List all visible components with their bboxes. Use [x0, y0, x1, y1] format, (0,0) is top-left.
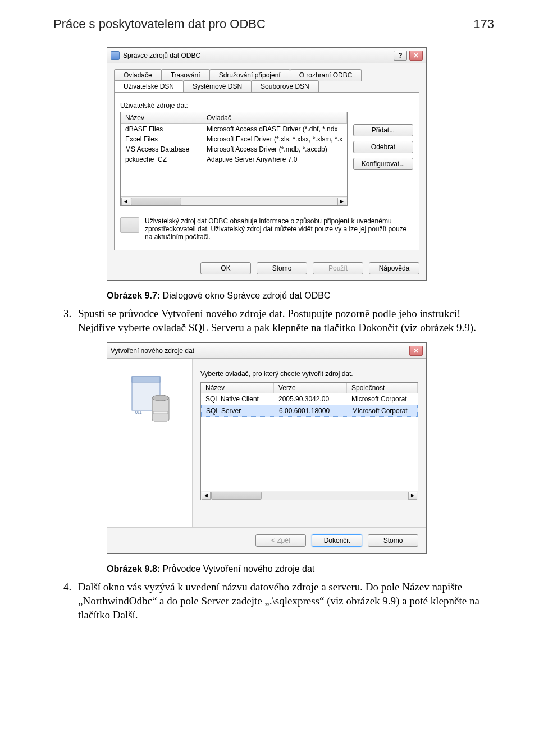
new-datasource-wizard: Vytvoření nového zdroje dat ✕ 011 Vybert…: [107, 342, 427, 554]
configure-button[interactable]: Konfigurovat...: [353, 158, 413, 170]
svg-rect-4: [153, 411, 168, 414]
close-button[interactable]: ✕: [409, 51, 423, 61]
info-panel: Uživatelský zdroj dat ODBC obsahuje info…: [120, 212, 413, 244]
tabs-row-2: Uživatelské DSN Systémové DSN Souborové …: [114, 80, 419, 92]
horizontal-scrollbar[interactable]: ◄ ►: [201, 491, 418, 500]
svg-text:011: 011: [135, 410, 142, 414]
list-header: Název Ovladač: [121, 112, 347, 124]
caption-text: Dialogové okno Správce zdrojů dat ODBC: [160, 291, 330, 300]
close-button[interactable]: ✕: [409, 346, 423, 356]
datasource-listbox[interactable]: Název Ovladač dBASE Files Microsoft Acce…: [120, 112, 348, 206]
col-driver[interactable]: Ovladač: [202, 112, 347, 123]
scroll-right-icon[interactable]: ►: [337, 198, 346, 205]
tab-pooling[interactable]: Sdružování připojení: [209, 69, 290, 81]
caption-label: Obrázek 9.7:: [107, 291, 160, 300]
svg-point-3: [152, 395, 169, 401]
list-marker: 4.: [63, 580, 78, 594]
page-title: Práce s poskytovatelem dat pro ODBC: [53, 17, 266, 31]
scroll-right-icon[interactable]: ►: [408, 492, 417, 500]
help-button[interactable]: ?: [394, 51, 407, 61]
wizard-prompt: Vyberte ovladač, pro který chcete vytvoř…: [200, 370, 418, 378]
scroll-left-icon[interactable]: ◄: [202, 492, 211, 500]
scroll-left-icon[interactable]: ◄: [121, 198, 130, 205]
page-number: 173: [473, 17, 494, 31]
dialog-buttons: < Zpět Dokončit Stomo: [107, 527, 426, 553]
caption-text: Průvodce Vytvoření nového zdroje dat: [160, 564, 314, 574]
paragraph-text: Další okno vás vyzývá k uvedení názvu da…: [78, 581, 479, 621]
figure-caption-1: Obrázek 9.7: Dialogové okno Správce zdro…: [107, 291, 494, 301]
paragraph-step-4: 4.Další okno vás vyzývá k uvedení názvu …: [53, 580, 494, 622]
col-version[interactable]: Verze: [274, 383, 347, 393]
list-item[interactable]: MS Access Database Microsoft Access Driv…: [121, 144, 347, 154]
cancel-button[interactable]: Stomo: [368, 534, 418, 547]
list-item-selected[interactable]: SQL Server 6.00.6001.18000 Microsoft Cor…: [201, 405, 418, 417]
scroll-track[interactable]: [131, 198, 337, 205]
info-text: Uživatelský zdroj dat ODBC obsahuje info…: [145, 217, 413, 241]
figure-caption-2: Obrázek 9.8: Průvodce Vytvoření nového z…: [107, 564, 494, 574]
tab-system-dsn[interactable]: Systémové DSN: [183, 80, 252, 92]
svg-rect-1: [132, 377, 160, 382]
help-dialog-button[interactable]: Nápověda: [369, 262, 419, 274]
scroll-thumb[interactable]: [131, 198, 181, 205]
titlebar[interactable]: Vytvoření nového zdroje dat ✕: [107, 343, 426, 359]
datasource-list-label: Uživatelské zdroje dat:: [120, 102, 413, 109]
scroll-thumb[interactable]: [211, 492, 262, 500]
database-server-icon: 011: [126, 372, 173, 428]
back-button: < Zpět: [255, 534, 306, 547]
list-item[interactable]: dBASE Files Microsoft Access dBASE Drive…: [121, 124, 347, 134]
col-name[interactable]: Název: [201, 383, 274, 393]
scroll-track[interactable]: [211, 492, 408, 500]
caption-label: Obrázek 9.8:: [107, 564, 160, 574]
titlebar[interactable]: Správce zdrojů dat ODBC ? ✕: [107, 48, 426, 63]
remove-button[interactable]: Odebrat: [353, 141, 413, 153]
paragraph-text: Spustí se průvodce Vytvoření nového zdro…: [78, 308, 476, 333]
driver-listbox[interactable]: Název Verze Společnost SQL Native Client…: [200, 382, 418, 500]
list-item[interactable]: SQL Native Client 2005.90.3042.00 Micros…: [201, 393, 418, 405]
tab-file-dsn[interactable]: Souborové DSN: [251, 80, 319, 92]
list-item[interactable]: pckueche_CZ Adaptive Server Anywhere 7.0: [121, 154, 347, 164]
tab-drivers[interactable]: Ovladače: [114, 69, 162, 81]
apply-button: Použít: [313, 262, 363, 274]
page-header: Práce s poskytovatelem dat pro ODBC 173: [53, 17, 494, 31]
window-title: Vytvoření nového zdroje dat: [111, 347, 407, 355]
cancel-button[interactable]: Stomo: [257, 262, 307, 274]
add-button[interactable]: Přidat...: [353, 124, 413, 136]
list-item[interactable]: Excel Files Microsoft Excel Driver (*.xl…: [121, 134, 347, 144]
info-icon: [120, 217, 139, 233]
paragraph-step-3: 3.Spustí se průvodce Vytvoření nového zd…: [53, 306, 494, 335]
finish-button[interactable]: Dokončit: [312, 534, 362, 547]
window-title: Správce zdrojů dat ODBC: [123, 52, 391, 59]
tab-tracing[interactable]: Trasování: [161, 69, 210, 81]
tab-about[interactable]: O rozhraní ODBC: [290, 69, 362, 81]
dialog-buttons: OK Stomo Použít Nápověda: [107, 256, 426, 280]
horizontal-scrollbar[interactable]: ◄ ►: [121, 196, 347, 205]
tab-panel: Uživatelské zdroje dat: Název Ovladač dB…: [114, 92, 419, 250]
wizard-illustration: 011: [107, 359, 193, 527]
col-name[interactable]: Název: [121, 112, 202, 123]
tab-user-dsn[interactable]: Uživatelské DSN: [114, 80, 184, 92]
list-header: Název Verze Společnost: [201, 383, 418, 393]
col-company[interactable]: Společnost: [347, 383, 418, 393]
app-icon: [111, 51, 120, 60]
list-marker: 3.: [63, 306, 78, 320]
ok-button[interactable]: OK: [200, 262, 251, 274]
tabs-row-1: Ovladače Trasování Sdružování připojení …: [114, 69, 419, 81]
odbc-admin-dialog: Správce zdrojů dat ODBC ? ✕ Ovladače Tra…: [107, 47, 427, 281]
